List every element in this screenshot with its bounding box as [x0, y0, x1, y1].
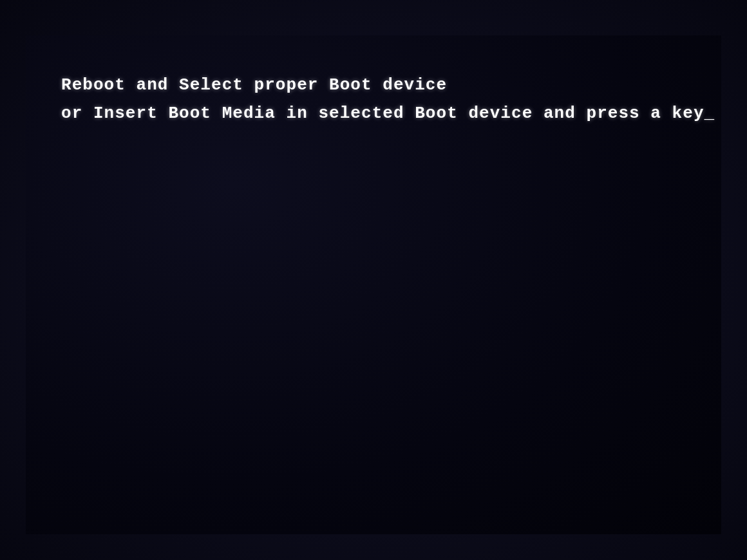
screen-outer: Reboot and Select proper Boot device or … — [0, 0, 747, 560]
boot-line-2: or Insert Boot Media in selected Boot de… — [61, 99, 715, 127]
boot-line-1: Reboot and Select proper Boot device — [61, 71, 715, 99]
boot-message: Reboot and Select proper Boot device or … — [61, 71, 715, 127]
screen-inner: Reboot and Select proper Boot device or … — [26, 35, 721, 534]
